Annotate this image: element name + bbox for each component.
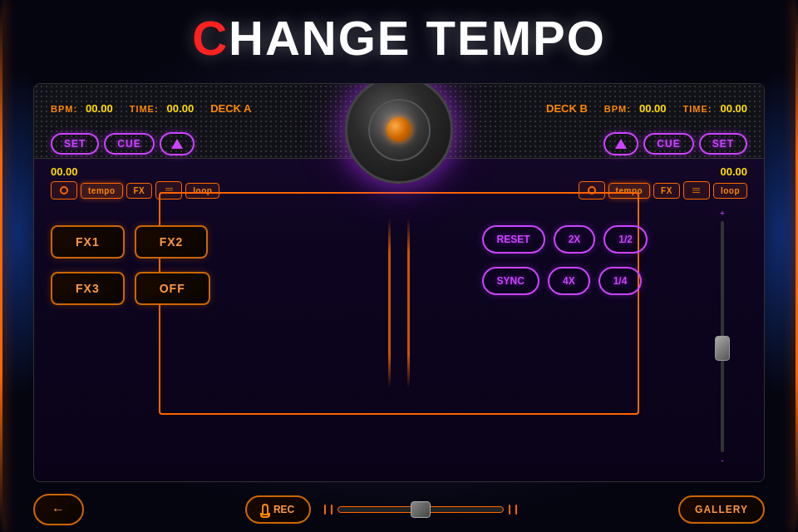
deck-a-play-button[interactable] [160,132,195,155]
play-icon-left [171,139,183,149]
speaker-inner [387,117,411,142]
deck-a-bpm-label: BPM: [51,104,77,114]
deck-b-position: 00.00 [720,165,747,178]
deck-b-info: DECK B BPM: 00.00 TIME: 00.00 [546,102,747,115]
vertical-fader[interactable]: + - [714,209,731,465]
fader-minus-label: - [721,456,723,465]
fader-plus-label: + [720,209,725,218]
two-x-button[interactable]: 2X [554,225,596,254]
crossfader-tick-3 [509,505,510,515]
deck-a-controls: SET CUE [51,132,195,155]
deck-a-time-value: 00.00 [167,102,195,115]
fx1-button[interactable]: FX1 [51,225,125,259]
crossfader-tick-1 [324,505,326,515]
deck-b-cue-button[interactable]: CUE [643,133,693,155]
rec-label: REC [273,504,294,515]
deck-b-time-value: 00.00 [720,102,747,115]
deck-b-controls: CUE SET [603,132,747,155]
loop-controls: RESET 2X 1/2 SYNC 4X 1/4 [482,225,648,295]
fx2-button[interactable]: FX2 [135,225,209,259]
deck-b-time-label: TIME: [683,104,712,114]
sync-button[interactable]: SYNC [482,267,539,295]
bottom-section: FX1 FX2 FX3 OFF RESET 2X 1/2 SYNC 4X 1/4 [34,192,764,481]
rec-button[interactable]: REC [245,495,311,524]
deck-a-position: 00.00 [51,165,219,178]
fx-left-panel: FX1 FX2 FX3 OFF [51,225,210,305]
deck-a-time-label: TIME: [130,104,159,114]
fx-row-1: FX1 FX2 [51,225,210,259]
deck-a-name: DECK A [210,102,251,115]
title-rest: HANGE TEMPO [229,11,606,65]
loop-row-1: RESET 2X 1/2 [482,225,648,254]
four-x-button[interactable]: 4X [548,267,590,295]
deck-b-name: DECK B [546,102,588,115]
loop-row-2: SYNC 4X 1/4 [482,267,648,295]
bottom-bar: ← REC GALLERY [33,486,765,532]
fx-row-2: FX3 OFF [51,272,210,305]
crossfader-section [324,505,517,515]
half-button[interactable]: 1/2 [603,225,648,254]
dj-panel: BPM: 00.00 TIME: 00.00 DECK A DECK B BPM… [33,83,765,482]
deck-a-info: BPM: 00.00 TIME: 00.00 DECK A [51,102,252,115]
crossfader-tick-2 [331,505,332,515]
speaker-outer [345,83,453,184]
deck-a-bpm-value: 00.00 [86,102,113,115]
fader-thumb[interactable] [715,336,730,361]
deck-b-play-button[interactable] [603,132,638,155]
play-icon-right [615,139,627,149]
fx-off-button[interactable]: OFF [135,272,210,305]
deck-a-set-button[interactable]: SET [51,133,99,155]
reset-button[interactable]: RESET [482,225,545,254]
page-title: CHANGE TEMPO [0,10,798,66]
bottom-center: REC [245,495,517,524]
speaker [345,83,453,184]
deck-b-set-button[interactable]: SET [699,133,747,155]
deck-a-cue-button[interactable]: CUE [104,133,154,155]
crossfader-track[interactable] [337,506,504,513]
fader-track[interactable] [721,221,724,452]
crossfader-thumb[interactable] [411,501,431,518]
mic-icon [262,504,268,515]
deck-b-bpm-label: BPM: [604,104,631,114]
speaker-middle [368,99,431,161]
left-glow [0,0,2,532]
back-button[interactable]: ← [33,494,84,525]
crossfader-tick-4 [515,505,517,515]
title-c: C [192,11,229,65]
deck-b-bpm-value: 00.00 [639,102,667,115]
title-bar: CHANGE TEMPO [0,10,798,66]
gallery-button[interactable]: GALLERY [678,495,765,524]
fx3-button[interactable]: FX3 [51,272,125,305]
quarter-button[interactable]: 1/4 [598,267,643,295]
